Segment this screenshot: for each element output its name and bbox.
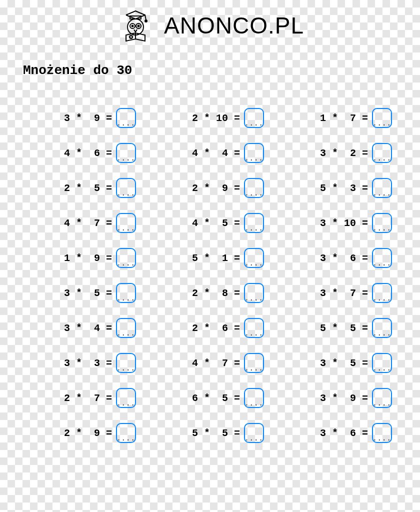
answer-placeholder: .... [116,122,136,125]
answer-box[interactable]: .... [244,388,264,408]
problem: 3 * 4 =.... [23,318,146,338]
problem-expression: 2 * 7 = [64,392,112,404]
answer-box[interactable]: .... [372,248,392,268]
answer-placeholder: .... [372,227,392,230]
svg-point-7 [138,26,140,27]
problem: 3 * 2 =.... [279,143,402,163]
answer-box[interactable]: .... [372,213,392,233]
problem: 5 * 5 =.... [151,423,274,443]
problem: 4 * 4 =.... [151,143,274,163]
answer-placeholder: .... [116,227,136,230]
problem-expression: 3 * 9 = [320,392,368,404]
problem-expression: 4 * 7 = [64,218,112,229]
problem: 3 * 5 =.... [23,283,146,303]
answer-placeholder: .... [116,262,136,265]
problem: 3 * 5 =.... [279,353,402,373]
answer-box[interactable]: .... [244,283,264,303]
svg-point-1 [145,20,147,22]
answer-box[interactable]: .... [244,318,264,338]
answer-box[interactable]: .... [244,248,264,268]
problems-grid: 3 * 9 =....2 * 10 =....1 * 7 =....4 * 6 … [3,108,417,443]
answer-box[interactable]: .... [372,388,392,408]
answer-box[interactable]: .... [372,318,392,338]
answer-placeholder: .... [244,367,264,370]
problem-expression: 2 * 6 = [192,322,240,334]
answer-placeholder: .... [372,262,392,265]
answer-placeholder: .... [116,367,136,370]
problem-expression: 5 * 5 = [192,428,240,439]
problem-expression: 4 * 7 = [192,358,240,369]
answer-box[interactable]: .... [116,248,136,268]
problem-expression: 3 * 3 = [64,358,112,369]
answer-box[interactable]: .... [116,318,136,338]
problem-expression: 5 * 3 = [320,182,368,194]
problem: 2 * 10 =.... [151,108,274,128]
problem: 2 * 7 =.... [23,388,146,408]
problem: 5 * 3 =.... [279,178,402,198]
worksheet-page: K ANONCO.PL Mnożenie do 30 3 * 9 =....2 … [3,3,417,443]
worksheet-title: Mnożenie do 30 [23,63,417,78]
answer-box[interactable]: .... [244,353,264,373]
problem: 5 * 5 =.... [279,318,402,338]
problem-expression: 3 * 7 = [320,288,368,299]
answer-box[interactable]: .... [116,108,136,128]
problem-expression: 3 * 6 = [320,428,368,439]
problem-expression: 3 * 6 = [320,252,368,264]
problem-expression: 2 * 5 = [64,182,112,194]
answer-placeholder: .... [116,332,136,335]
answer-box[interactable]: .... [244,108,264,128]
answer-box[interactable]: .... [116,353,136,373]
answer-placeholder: .... [244,297,264,300]
answer-box[interactable]: .... [372,178,392,198]
problem: 3 * 9 =.... [279,388,402,408]
answer-placeholder: .... [244,262,264,265]
problem: 2 * 6 =.... [151,318,274,338]
answer-placeholder: .... [116,402,136,405]
problem-expression: 5 * 5 = [320,322,368,334]
answer-placeholder: .... [372,157,392,160]
problem-expression: 4 * 4 = [192,148,240,159]
answer-box[interactable]: .... [372,353,392,373]
problem-expression: 2 * 10 = [192,112,240,124]
answer-placeholder: .... [244,192,264,195]
problem: 2 * 9 =.... [151,178,274,198]
answer-placeholder: .... [244,157,264,160]
answer-box[interactable]: .... [372,283,392,303]
problem: 2 * 8 =.... [151,283,274,303]
answer-box[interactable]: .... [244,423,264,443]
problem-expression: 3 * 9 = [64,112,112,124]
problem-expression: 2 * 8 = [192,288,240,299]
problem-expression: 3 * 2 = [320,148,368,159]
answer-box[interactable]: .... [372,423,392,443]
answer-box[interactable]: .... [116,388,136,408]
answer-box[interactable]: .... [116,213,136,233]
problem-expression: 3 * 4 = [64,322,112,334]
problem: 3 * 10 =.... [279,213,402,233]
answer-box[interactable]: .... [244,143,264,163]
problem: 1 * 9 =.... [23,248,146,268]
answer-placeholder: .... [372,122,392,125]
answer-placeholder: .... [116,157,136,160]
problem-expression: 2 * 9 = [192,182,240,194]
svg-point-6 [132,26,134,27]
problem: 2 * 9 =.... [23,423,146,443]
answer-box[interactable]: .... [116,143,136,163]
answer-box[interactable]: .... [372,143,392,163]
problem: 4 * 6 =.... [23,143,146,163]
problem: 3 * 3 =.... [23,353,146,373]
answer-box[interactable]: .... [116,423,136,443]
answer-box[interactable]: .... [244,178,264,198]
answer-box[interactable]: .... [116,178,136,198]
problem-expression: 1 * 9 = [64,252,112,264]
answer-box[interactable]: .... [116,283,136,303]
answer-placeholder: .... [372,192,392,195]
answer-placeholder: .... [244,437,264,440]
answer-placeholder: .... [244,402,264,405]
problem-expression: 4 * 6 = [64,148,112,159]
answer-placeholder: .... [372,297,392,300]
answer-box[interactable]: .... [244,213,264,233]
answer-box[interactable]: .... [372,108,392,128]
answer-placeholder: .... [116,192,136,195]
answer-placeholder: .... [244,122,264,125]
answer-placeholder: .... [372,367,392,370]
